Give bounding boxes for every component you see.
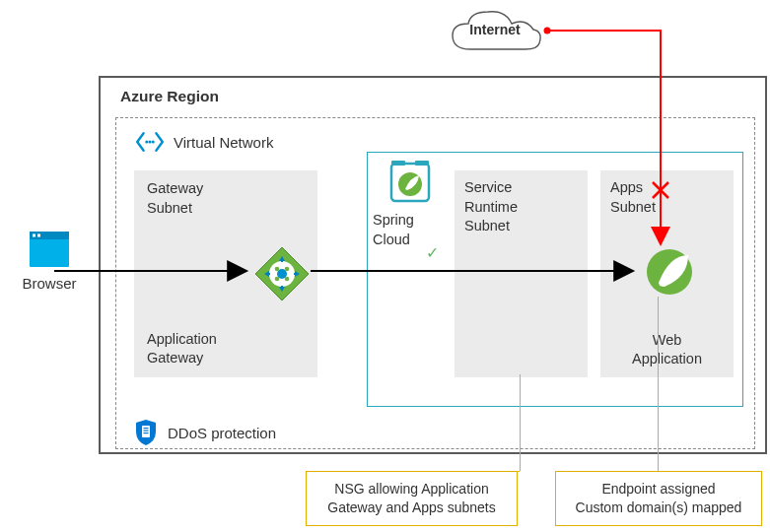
apps-subnet-box: Apps Subnet Web Application: [600, 170, 734, 377]
txt: Runtime: [464, 199, 518, 215]
apps-subnet-title: Apps Subnet: [610, 178, 656, 217]
svg-point-13: [285, 277, 290, 282]
vnet-header: Virtual Network: [134, 128, 273, 156]
svg-point-0: [145, 140, 148, 143]
callout-endpoint: Endpoint assigned Custom domain(s) mappe…: [555, 471, 762, 526]
callout-line-nsg: [520, 374, 521, 471]
browser-node: Browser: [10, 228, 89, 292]
txt: Service: [464, 179, 512, 195]
gateway-subnet-box: Gateway Subnet Application Gateway: [134, 170, 317, 377]
txt: Endpoint assigned: [601, 481, 715, 497]
browser-icon: [28, 228, 71, 271]
txt: Application: [632, 351, 702, 366]
vnet-icon: [134, 128, 166, 156]
svg-rect-22: [144, 431, 149, 432]
ddos-label: DDoS protection: [168, 425, 276, 441]
txt: Subnet: [610, 199, 656, 215]
txt: Gateway and Apps subnets: [327, 499, 495, 515]
gateway-subnet-title: Gateway Subnet: [147, 179, 203, 218]
diagram-canvas: Internet Azure Region Virtual Network Ga…: [0, 0, 770, 532]
internet-label: Internet: [441, 22, 549, 37]
svg-rect-27: [37, 234, 40, 237]
txt: Custom domain(s) mapped: [576, 499, 742, 515]
service-runtime-title: Service Runtime Subnet: [464, 178, 518, 236]
svg-point-2: [152, 140, 155, 143]
svg-rect-21: [144, 428, 149, 429]
svg-point-12: [275, 277, 280, 282]
svg-point-11: [285, 267, 290, 272]
txt: NSG allowing Application: [334, 481, 488, 497]
virtual-network-box: Virtual Network Gateway Subnet Applicati…: [115, 117, 755, 449]
txt: Subnet: [147, 200, 192, 216]
ddos-shield-icon: [134, 418, 158, 447]
service-runtime-subnet-box: Service Runtime Subnet: [455, 170, 588, 377]
callout-line-endpoint: [658, 297, 659, 471]
web-application-title: Web Application: [600, 331, 734, 369]
application-gateway-icon: [253, 245, 311, 302]
region-title: Azure Region: [120, 88, 219, 105]
txt: Gateway: [147, 350, 203, 366]
internet-cloud: Internet: [441, 6, 549, 61]
txt: Gateway: [147, 180, 203, 196]
azure-region-box: Azure Region Virtual Network Gateway Sub…: [99, 76, 767, 454]
web-application-icon: [645, 247, 694, 297]
vnet-label: Virtual Network: [174, 134, 273, 151]
svg-point-10: [275, 267, 280, 272]
browser-label: Browser: [10, 275, 89, 292]
svg-rect-26: [33, 234, 35, 237]
txt: Application: [147, 331, 217, 347]
callout-nsg: NSG allowing Application Gateway and App…: [306, 471, 518, 526]
svg-rect-20: [142, 426, 150, 437]
svg-point-1: [148, 140, 151, 143]
txt: Apps: [610, 179, 643, 195]
svg-rect-23: [144, 432, 149, 433]
svg-point-19: [660, 282, 665, 287]
application-gateway-title: Application Gateway: [147, 330, 217, 368]
txt: Subnet: [464, 218, 510, 233]
ddos-row: DDoS protection: [134, 418, 276, 447]
